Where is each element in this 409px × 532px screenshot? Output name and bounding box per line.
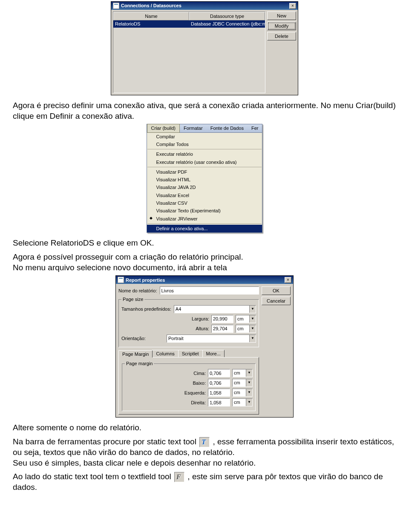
width-input[interactable] bbox=[211, 315, 233, 323]
menubar[interactable]: Criar (build) Formatar Fonte de Dados Fe… bbox=[147, 124, 262, 132]
margin-right-input[interactable] bbox=[208, 398, 230, 406]
paragraph: Altere somente o nome do relatório. bbox=[13, 423, 396, 433]
label-nome: Nome do relatório: bbox=[118, 288, 157, 294]
chevron-down-icon: ▼ bbox=[249, 335, 256, 342]
ok-button[interactable]: OK bbox=[262, 286, 291, 295]
tabs: Page Margin Columns Scriptlet More... bbox=[118, 350, 259, 357]
label-direita: Direita: bbox=[178, 400, 206, 406]
document-icon bbox=[113, 3, 119, 9]
menu-separator bbox=[147, 223, 262, 224]
delete-button[interactable]: Delete bbox=[267, 32, 296, 40]
paragraph: Agora é possível prosseguir com a criaçã… bbox=[13, 252, 396, 263]
paragraph: No menu arquivo selecione novo documento… bbox=[13, 263, 396, 273]
tab-page-margin[interactable]: Page Margin bbox=[118, 350, 153, 358]
margin-left-input[interactable] bbox=[208, 389, 230, 397]
menu-item-compilar[interactable]: Compilar bbox=[147, 133, 262, 140]
report-name-input[interactable] bbox=[160, 286, 259, 295]
table-row[interactable]: RelatorioDS Database JDBC Connection (jd… bbox=[113, 20, 265, 27]
dialog-titlebar[interactable]: Connections / Datasources × bbox=[111, 2, 298, 10]
static-text-tool-icon[interactable]: T bbox=[199, 437, 210, 447]
height-input[interactable] bbox=[211, 325, 233, 333]
margin-top-input[interactable] bbox=[208, 369, 230, 377]
menu-item-excel[interactable]: Visualizar Excel bbox=[147, 192, 262, 199]
build-menu: Criar (build) Formatar Fonte de Dados Fe… bbox=[147, 124, 263, 233]
tab-columns[interactable]: Columns bbox=[152, 350, 178, 357]
close-icon[interactable]: × bbox=[285, 277, 291, 283]
dialog-titlebar[interactable]: Report properties × bbox=[116, 276, 293, 284]
margin-right-unit[interactable]: cm▼ bbox=[232, 398, 253, 406]
margin-left-unit[interactable]: cm▼ bbox=[232, 389, 253, 397]
cell-name: RelatorioDS bbox=[113, 20, 189, 27]
chevron-down-icon: ▼ bbox=[249, 315, 256, 323]
height-unit-combo[interactable]: cm▼ bbox=[236, 325, 256, 333]
label-orientacao: Orientação: bbox=[121, 335, 164, 341]
margin-bottom-unit[interactable]: cm▼ bbox=[232, 379, 253, 387]
margin-top-unit[interactable]: cm▼ bbox=[232, 369, 253, 377]
menu-separator bbox=[147, 149, 262, 149]
close-icon[interactable]: × bbox=[289, 3, 296, 9]
width-unit-combo[interactable]: cm▼ bbox=[236, 315, 256, 323]
label-tamanhos: Tamanhos predefinidos: bbox=[121, 306, 171, 312]
cancel-button[interactable]: Cancelar bbox=[262, 297, 291, 305]
tab-content: Page margin Cima: cm▼ Baixo: cm▼ Es bbox=[118, 357, 259, 415]
tab-scriptlet[interactable]: Scriptlet bbox=[178, 350, 203, 357]
legend-page-size: Page size bbox=[121, 296, 144, 302]
label-cima: Cima: bbox=[178, 370, 206, 376]
chevron-down-icon: ▼ bbox=[246, 389, 252, 396]
datasource-grid[interactable]: Name Datasource type RelatorioDS Databas… bbox=[113, 11, 265, 93]
menu-item-definir-conexao[interactable]: Definir a conexão ativa... bbox=[147, 225, 262, 232]
chevron-down-icon: ▼ bbox=[246, 369, 252, 377]
column-header-type[interactable]: Datasource type bbox=[189, 12, 265, 20]
paragraph: Na barra de ferramentas procure por stat… bbox=[13, 437, 396, 468]
menu-item-html[interactable]: Visualizar HTML bbox=[147, 176, 262, 183]
chevron-down-icon: ▼ bbox=[246, 399, 252, 406]
chevron-down-icon: ▼ bbox=[249, 325, 256, 332]
chevron-down-icon: ▼ bbox=[246, 379, 252, 386]
menu-item-java2d[interactable]: Visualizar JAVA 2D bbox=[147, 183, 262, 191]
modify-button[interactable]: Modify bbox=[267, 22, 296, 30]
label-largura: Largura: bbox=[181, 316, 209, 322]
page-margin-group: Page margin Cima: cm▼ Baixo: cm▼ Es bbox=[122, 360, 256, 411]
menu-item-texto[interactable]: Visualizar Texto (Experimental) bbox=[147, 207, 262, 215]
connections-dialog: Connections / Datasources × Name Datasou… bbox=[111, 1, 298, 95]
menu-top-formatar[interactable]: Formatar bbox=[180, 124, 207, 132]
menu-item-compilar-todos[interactable]: Compilar Todos bbox=[147, 140, 262, 148]
textfield-tool-icon[interactable]: F bbox=[174, 472, 184, 482]
paragraph: Agora é preciso definir uma conexão ativ… bbox=[13, 100, 396, 121]
label-altura: Altura: bbox=[181, 326, 209, 332]
preset-size-combo[interactable]: A4▼ bbox=[174, 305, 256, 313]
report-properties-dialog: Report properties × Nome do relatório: P… bbox=[115, 275, 294, 418]
paragraph: Ao lado do static text tool tem o textfi… bbox=[13, 472, 396, 493]
paragraph: Selecione RelatorioDS e clique em OK. bbox=[13, 238, 396, 249]
menu-top-fer[interactable]: Fer bbox=[248, 124, 262, 132]
dialog-title: Report properties bbox=[126, 277, 285, 283]
document-icon bbox=[118, 277, 124, 283]
chevron-down-icon: ▼ bbox=[249, 306, 256, 313]
menu-top-build[interactable]: Criar (build) bbox=[147, 124, 180, 132]
menu-top-fonte[interactable]: Fonte de Dados bbox=[207, 124, 248, 132]
legend-page-margin: Page margin bbox=[125, 360, 154, 366]
margin-bottom-input[interactable] bbox=[208, 379, 230, 387]
cell-type: Database JDBC Connection (jdbc:my... bbox=[189, 20, 265, 27]
page-size-group: Page size Tamanhos predefinidos: A4▼ Lar… bbox=[118, 296, 259, 347]
menu-item-executar[interactable]: Executar relatório bbox=[147, 150, 262, 158]
label-esquerda: Esquerda: bbox=[178, 390, 206, 396]
menu-item-csv[interactable]: Visualizar CSV bbox=[147, 199, 262, 207]
menu-separator bbox=[147, 167, 262, 167]
column-header-name[interactable]: Name bbox=[113, 12, 189, 20]
menu-item-jrviewer[interactable]: Visualizar JRViewer bbox=[147, 215, 262, 223]
dialog-title: Connections / Datasources bbox=[121, 3, 289, 9]
orientation-combo[interactable]: Portrait▼ bbox=[167, 335, 256, 343]
tab-more[interactable]: More... bbox=[202, 350, 225, 357]
label-baixo: Baixo: bbox=[178, 380, 206, 386]
new-button[interactable]: New bbox=[267, 11, 296, 20]
menu-item-executar-ativa[interactable]: Executar relatório (usar conexão ativa) bbox=[147, 158, 262, 166]
menu-item-pdf[interactable]: Visualizar PDF bbox=[147, 168, 262, 176]
